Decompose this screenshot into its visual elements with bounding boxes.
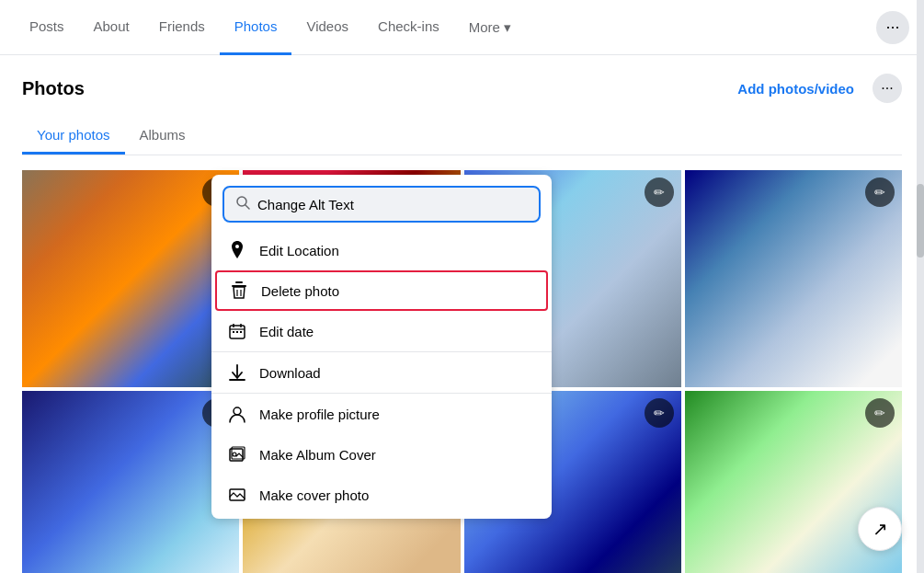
add-photos-button[interactable]: Add photos/video <box>726 75 865 102</box>
menu-item-edit-date[interactable]: Edit date <box>211 311 552 351</box>
nav-item-videos[interactable]: Videos <box>291 0 363 55</box>
nav-item-friends[interactable]: Friends <box>144 0 220 55</box>
scrollbar[interactable] <box>917 0 924 573</box>
make-cover-photo-label: Make cover photo <box>259 487 369 503</box>
photo-edit-button-3[interactable]: ✏ <box>645 178 674 207</box>
photo-item-4: ✏ <box>685 170 902 387</box>
svg-rect-13 <box>240 331 242 333</box>
svg-line-1 <box>245 205 249 209</box>
pencil-icon-8: ✏ <box>874 406 885 420</box>
photo-item-5: ✏ <box>22 391 239 573</box>
pencil-icon-3: ✏ <box>654 185 665 200</box>
dropdown-search-input[interactable] <box>257 197 528 212</box>
make-profile-label: Make profile picture <box>259 407 380 422</box>
menu-item-make-profile[interactable]: Make profile picture <box>211 394 552 434</box>
svg-point-2 <box>235 245 239 248</box>
cover-photo-icon <box>226 484 248 506</box>
download-icon <box>226 361 248 384</box>
floating-edit-icon: ↗ <box>873 518 888 540</box>
menu-item-make-album-cover[interactable]: Make Album Cover <box>211 434 552 475</box>
pencil-icon-7: ✏ <box>654 406 665 420</box>
svg-rect-11 <box>233 331 234 333</box>
main-content: Photos Add photos/video ··· Your photos … <box>0 55 924 573</box>
top-nav: Posts About Friends Photos Videos Check-… <box>0 0 924 55</box>
photos-header-right: Add photos/video ··· <box>726 74 902 103</box>
menu-item-edit-location[interactable]: Edit Location <box>211 230 552 270</box>
download-label: Download <box>259 365 321 381</box>
pencil-icon-4: ✏ <box>874 185 885 200</box>
edit-date-label: Edit date <box>259 324 314 339</box>
trash-icon <box>228 280 250 302</box>
location-icon <box>226 239 248 261</box>
nav-three-dots-button[interactable]: ··· <box>876 11 909 44</box>
album-icon <box>226 443 248 465</box>
chevron-down-icon: ▾ <box>504 19 511 36</box>
nav-more-button[interactable]: More ▾ <box>454 0 526 55</box>
nav-right: ··· <box>876 11 909 44</box>
svg-point-18 <box>233 453 236 456</box>
scrollbar-thumb[interactable] <box>917 184 924 258</box>
photo-edit-button-8[interactable]: ✏ <box>865 398 895 428</box>
photos-three-dots-icon: ··· <box>881 80 893 97</box>
photo-item-1: ✏ <box>22 170 239 387</box>
svg-point-15 <box>234 407 241 415</box>
photo-edit-button-4[interactable]: ✏ <box>865 178 895 207</box>
make-album-cover-label: Make Album Cover <box>259 447 376 463</box>
dropdown-search-row <box>222 186 541 223</box>
edit-location-label: Edit Location <box>259 243 339 258</box>
three-dots-icon: ··· <box>885 17 899 37</box>
floating-edit-button[interactable]: ↗ <box>858 507 902 551</box>
photos-title: Photos <box>22 78 85 99</box>
calendar-icon <box>226 320 248 342</box>
photos-header: Photos Add photos/video ··· <box>22 74 902 103</box>
search-icon <box>235 195 250 213</box>
nav-item-about[interactable]: About <box>79 0 144 55</box>
profile-icon <box>226 403 248 425</box>
nav-item-posts[interactable]: Posts <box>15 0 79 55</box>
nav-item-checkins[interactable]: Check-ins <box>363 0 454 55</box>
more-label: More <box>469 19 500 35</box>
sub-tabs: Your photos Albums <box>22 118 902 155</box>
menu-item-delete-photo[interactable]: Delete photo <box>215 270 548 311</box>
photo-edit-button-7[interactable]: ✏ <box>645 398 674 428</box>
menu-item-make-cover-photo[interactable]: Make cover photo <box>211 475 552 515</box>
tab-albums[interactable]: Albums <box>125 118 200 155</box>
nav-item-photos-active[interactable]: Photos <box>220 0 292 55</box>
svg-rect-12 <box>236 331 238 333</box>
dropdown-menu: Edit Location Delete photo <box>211 175 552 519</box>
menu-item-download[interactable]: Download <box>211 351 552 394</box>
photos-more-button[interactable]: ··· <box>873 74 902 103</box>
svg-rect-4 <box>235 281 243 283</box>
delete-photo-label: Delete photo <box>261 283 339 299</box>
tab-your-photos[interactable]: Your photos <box>22 118 125 155</box>
